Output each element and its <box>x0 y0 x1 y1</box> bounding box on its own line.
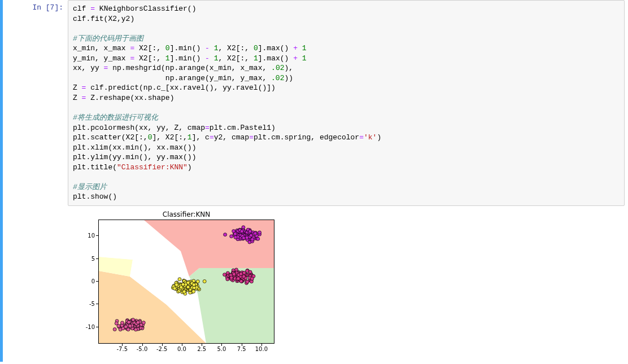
x-tick-label: 2.5 <box>197 346 206 352</box>
x-tick-label: -7.5 <box>117 346 128 352</box>
svg-point-372 <box>242 275 246 278</box>
svg-point-371 <box>230 276 233 279</box>
svg-point-488 <box>240 230 243 233</box>
svg-point-123 <box>127 321 130 324</box>
code-input[interactable]: clf = KNeighborsClassifier() clf.fit(X2,… <box>68 0 625 206</box>
svg-point-118 <box>134 328 137 331</box>
svg-point-124 <box>128 324 132 327</box>
svg-point-253 <box>182 290 186 293</box>
svg-point-426 <box>242 226 245 229</box>
svg-point-113 <box>121 321 124 324</box>
svg-point-490 <box>234 235 237 239</box>
svg-point-440 <box>256 237 260 240</box>
x-tick-label: 0.0 <box>177 346 186 352</box>
svg-point-462 <box>258 231 261 234</box>
svg-point-254 <box>186 286 190 289</box>
x-tick-label: -5.0 <box>137 346 148 352</box>
svg-point-493 <box>245 236 248 239</box>
x-tick-label: 5.0 <box>217 346 226 352</box>
y-tick-label: 0 <box>68 278 95 284</box>
svg-point-362 <box>242 271 246 274</box>
svg-point-483 <box>254 232 257 235</box>
svg-point-369 <box>250 277 254 280</box>
scatter-points <box>99 220 274 343</box>
cell-body: clf = KNeighborsClassifier() clf.fit(X2,… <box>68 0 628 362</box>
x-tick-label: 10.0 <box>255 346 268 352</box>
svg-point-116 <box>136 321 139 324</box>
svg-point-370 <box>237 277 240 280</box>
svg-point-489 <box>233 232 237 235</box>
svg-point-250 <box>181 283 185 286</box>
svg-point-443 <box>224 233 227 236</box>
svg-point-78 <box>142 321 145 324</box>
svg-point-114 <box>117 324 120 328</box>
y-tick-label: -10 <box>68 323 95 330</box>
notebook-cell: In [7]: clf = KNeighborsClassifier() clf… <box>0 0 628 362</box>
svg-point-213 <box>203 279 206 283</box>
svg-point-251 <box>196 280 199 283</box>
svg-point-109 <box>124 325 128 328</box>
svg-point-242 <box>175 283 178 287</box>
x-tick-label: 7.5 <box>237 346 246 352</box>
svg-point-494 <box>250 234 253 237</box>
svg-point-333 <box>226 278 229 281</box>
plot-frame <box>98 220 274 344</box>
output-area: Classifier:KNN <box>68 206 625 362</box>
svg-point-373 <box>232 273 236 276</box>
svg-point-232 <box>173 287 176 290</box>
svg-point-248 <box>192 283 195 287</box>
svg-point-357 <box>246 280 249 283</box>
svg-point-240 <box>178 278 181 281</box>
svg-point-400 <box>230 235 233 238</box>
svg-point-334 <box>223 273 226 277</box>
knn-plot: Classifier:KNN <box>68 210 282 357</box>
svg-point-482 <box>251 238 254 241</box>
plot-title: Classifier:KNN <box>90 210 282 218</box>
y-tick-label: -5 <box>68 301 95 307</box>
x-tick-label: -2.5 <box>156 346 168 352</box>
y-tick-label: 5 <box>68 255 95 261</box>
svg-point-246 <box>192 290 195 293</box>
svg-point-484 <box>248 230 252 233</box>
y-tick-label: 10 <box>68 233 95 239</box>
svg-point-374 <box>239 272 243 275</box>
input-prompt: In [7]: <box>3 0 68 362</box>
svg-point-61 <box>113 328 116 331</box>
